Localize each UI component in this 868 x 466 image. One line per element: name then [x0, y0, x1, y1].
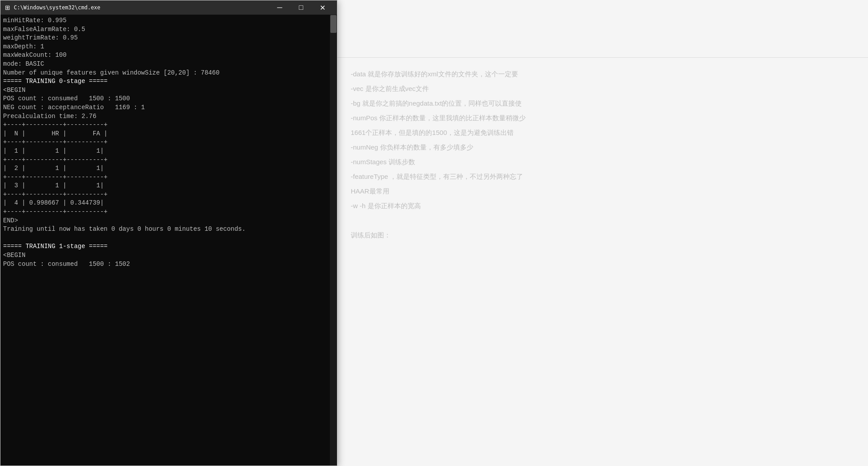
cmd-scrollbar[interactable]	[330, 15, 337, 466]
close-button[interactable]: ✕	[312, 0, 333, 15]
minimize-button[interactable]: ─	[270, 0, 290, 15]
cmd-icon: ⊞	[5, 4, 10, 11]
maximize-button[interactable]: □	[291, 0, 311, 15]
window-controls: ─ □ ✕	[270, 0, 333, 15]
cmd-title: C:\Windows\system32\cmd.exe	[14, 4, 270, 11]
cmd-titlebar: ⊞ C:\Windows\system32\cmd.exe ─ □ ✕	[0, 0, 337, 15]
blog-right-text: -data 就是你存放训练好的xml文件的文件夹，这个一定要 -vec 是你之前…	[351, 67, 855, 242]
cmd-body[interactable]: minHitRate: 0.995 maxFalseAlarmRate: 0.5…	[0, 15, 337, 466]
cmd-scrollbar-thumb[interactable]	[330, 15, 337, 33]
cmd-output: minHitRate: 0.995 maxFalseAlarmRate: 0.5…	[3, 17, 246, 268]
cmd-window: ⊞ C:\Windows\system32\cmd.exe ─ □ ✕ minH…	[0, 0, 337, 466]
blog-content-right: -data 就是你存放训练好的xml文件的文件夹，这个一定要 -vec 是你之前…	[337, 58, 868, 466]
